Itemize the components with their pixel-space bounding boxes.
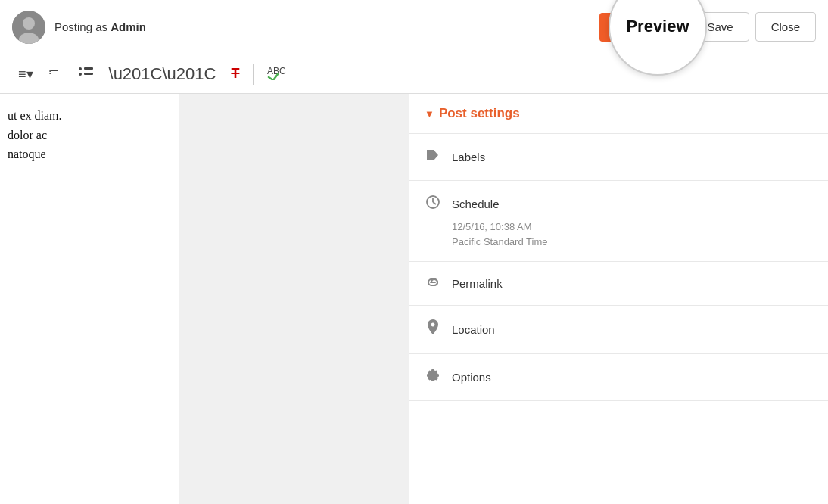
editor-area: ut ex diam. dolor ac natoque [0, 94, 409, 504]
link-icon [425, 275, 441, 291]
label-icon [425, 148, 441, 166]
main: ut ex diam. dolor ac natoque ▼ Post sett… [0, 94, 828, 504]
close-button[interactable]: Close [755, 12, 816, 42]
svg-rect-5 [84, 67, 93, 70]
schedule-datetime: 12/5/16, 10:38 AM [452, 219, 813, 235]
align-button[interactable]: ≡▾ [12, 63, 39, 86]
svg-line-11 [433, 202, 436, 204]
posting-as-label: Posting as Admin [54, 20, 146, 33]
options-label: Options [452, 371, 491, 384]
header-buttons: Publish Save Preview Close [599, 12, 816, 42]
editor-content[interactable]: ut ex diam. dolor ac natoque [0, 94, 179, 504]
schedule-sub: 12/5/16, 10:38 AM Pacific Standard Time [409, 216, 828, 262]
svg-point-6 [79, 73, 82, 76]
gear-icon [425, 368, 441, 387]
collapse-icon[interactable]: ▼ [425, 108, 434, 120]
location-label: Location [452, 323, 495, 336]
clear-format-icon: T [231, 66, 239, 82]
blockquote-button[interactable]: \u201C\u201C [103, 61, 223, 87]
schedule-timezone: Pacific Standard Time [452, 235, 813, 250]
labels-label: Labels [452, 151, 485, 163]
svg-rect-7 [84, 73, 93, 75]
permalink-label: Permalink [452, 277, 503, 290]
header-left: Posting as Admin [12, 11, 599, 44]
bullet-list-icon [79, 65, 94, 82]
sidebar-item-labels[interactable]: Labels [409, 134, 828, 181]
sidebar-item-options[interactable]: Options [409, 354, 828, 401]
svg-point-4 [79, 67, 82, 70]
blockquote-icon: \u201C\u201C [109, 64, 216, 84]
post-settings-title: Post settings [439, 106, 520, 121]
svg-point-1 [23, 17, 35, 30]
spellcheck-icon: ABC [267, 64, 291, 84]
numbered-list-button[interactable]: ≔ [42, 61, 70, 86]
editor-text: ut ex diam. dolor ac natoque [8, 106, 167, 164]
toolbar-divider [253, 64, 254, 85]
sidebar-item-location[interactable]: Location [409, 306, 828, 354]
spellcheck-button[interactable]: ABC [261, 61, 297, 87]
numbered-list-icon: ≔ [48, 64, 64, 83]
bullet-list-button[interactable] [73, 62, 100, 86]
svg-text:≔: ≔ [48, 66, 59, 78]
toolbar: ≡▾ ≔ \u201C\u201C T ABC [0, 54, 828, 94]
header: Posting as Admin Publish Save Preview Cl… [0, 0, 828, 54]
align-icon: ≡▾ [18, 66, 33, 82]
clock-icon [425, 194, 441, 213]
schedule-label: Schedule [452, 198, 500, 210]
sidebar-item-permalink[interactable]: Permalink [409, 262, 828, 306]
sidebar: ▼ Post settings Labels Schedule [409, 94, 828, 504]
post-settings-header: ▼ Post settings [409, 94, 828, 134]
clear-format-button[interactable]: T [225, 63, 245, 85]
location-icon [425, 319, 441, 340]
sidebar-item-schedule[interactable]: Schedule [409, 181, 828, 216]
avatar [12, 11, 45, 44]
